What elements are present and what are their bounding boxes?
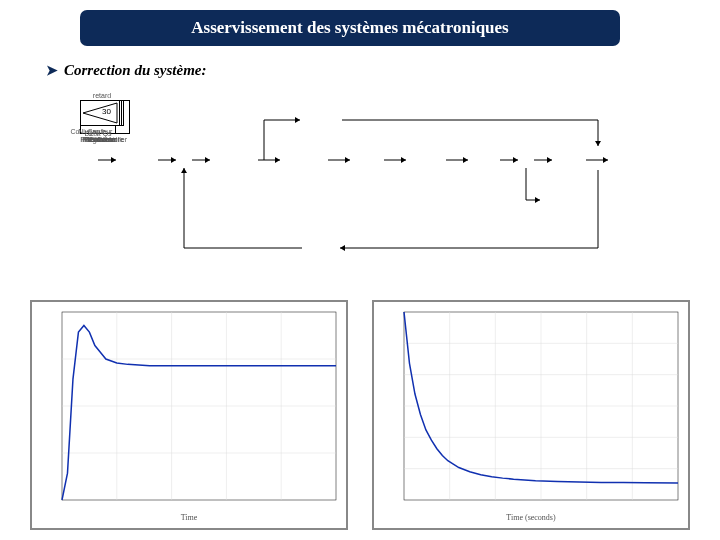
diagram-wires: [80, 100, 640, 270]
svg-marker-24: [340, 245, 345, 251]
svg-marker-12: [205, 157, 210, 163]
svg-marker-17: [513, 157, 518, 163]
svg-marker-10: [111, 157, 116, 163]
svg-marker-18: [547, 157, 552, 163]
svg-marker-21: [595, 141, 601, 146]
sensor-block: 30 Capteur: [80, 100, 120, 126]
svg-text:Time (seconds): Time (seconds): [506, 513, 556, 522]
svg-marker-20: [295, 117, 300, 123]
plot-left-svg: Time: [32, 302, 346, 524]
svg-marker-30: [83, 103, 117, 123]
page-title: Asservissement des systèmes mécatronique…: [191, 18, 508, 38]
svg-text:Time: Time: [181, 513, 198, 522]
plot-right: Time (seconds): [372, 300, 690, 530]
triangle-bullet-icon: ➤: [46, 62, 58, 79]
section-heading: Correction du système:: [64, 62, 207, 79]
gain-triangle-left-icon: [81, 101, 119, 125]
plots-row: Time Time (seconds): [30, 300, 690, 530]
plot-right-svg: Time (seconds): [374, 302, 688, 524]
simulink-diagram: Consigne hc 30 Potentiomètre + PID(s) PI…: [80, 100, 640, 270]
section-bullet: ➤ Correction du système:: [46, 62, 207, 79]
svg-marker-23: [181, 168, 187, 173]
plot-left: Time: [30, 300, 348, 530]
svg-marker-13: [275, 157, 280, 163]
svg-marker-14: [345, 157, 350, 163]
svg-marker-22: [535, 197, 540, 203]
svg-marker-11: [171, 157, 176, 163]
svg-marker-15: [401, 157, 406, 163]
title-bar: Asservissement des systèmes mécatronique…: [80, 10, 620, 46]
svg-marker-16: [463, 157, 468, 163]
svg-marker-19: [603, 157, 608, 163]
